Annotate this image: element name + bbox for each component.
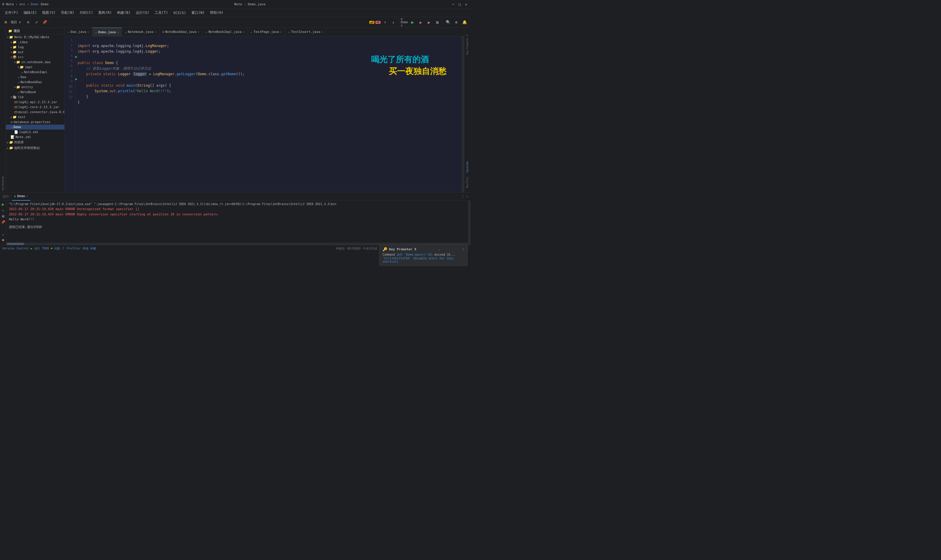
bottom-more-options[interactable]: ⋮ bbox=[461, 194, 465, 199]
editor-scrollbar[interactable] bbox=[462, 37, 464, 192]
tree-dao[interactable]: ☕ Dao bbox=[6, 75, 65, 80]
tree-idea[interactable]: ▶ 📁 .idea bbox=[6, 40, 65, 45]
status-todo[interactable]: TODO bbox=[42, 247, 49, 250]
tree-demo[interactable]: ☕ Demo bbox=[6, 125, 65, 129]
console-output[interactable]: "C:\Program Files\Java\jdk-17.0.1\bin\ja… bbox=[6, 201, 468, 243]
tree-mysql-connector[interactable]: 🗃 mysql-connector-java-8.0.19.jar bbox=[6, 109, 65, 115]
toolbar-pin-icon[interactable]: 📌 bbox=[41, 19, 48, 26]
toolbar-stop-btn[interactable]: ⏹ bbox=[434, 19, 441, 26]
tab-dao[interactable]: ☕ Dao.java ✕ bbox=[65, 28, 93, 37]
toolbar-profile-btn[interactable]: ▶ bbox=[426, 19, 433, 26]
menu-refactor[interactable]: 重构(R) bbox=[96, 10, 114, 16]
tree-entity[interactable]: ▼ 📁 entity bbox=[6, 85, 65, 89]
toolbar-run-btn[interactable]: ▶ bbox=[409, 19, 416, 26]
toolbar-coverage-btn[interactable]: ▶ bbox=[417, 19, 424, 26]
tree-out[interactable]: ▼ 📁 out bbox=[6, 50, 65, 55]
toolbar-settings-icon[interactable]: ⊙ bbox=[25, 19, 32, 26]
menu-edit[interactable]: 编辑(E) bbox=[21, 10, 39, 16]
minimize-button[interactable]: ─ bbox=[451, 2, 455, 6]
run-gutter-1[interactable]: ▶ bbox=[75, 55, 77, 59]
toolbar-demo-config[interactable]: ⊙ Demo ∨ bbox=[401, 19, 408, 26]
notification-expand[interactable]: ⌄ bbox=[438, 248, 441, 251]
menu-code[interactable]: 代码(C) bbox=[77, 10, 96, 16]
bottom-minimize[interactable]: ─ bbox=[466, 194, 468, 198]
bottom-reload-btn[interactable]: ↻ bbox=[2, 208, 4, 212]
tab-notebookdao-close[interactable]: ✕ bbox=[197, 30, 199, 34]
project-tree[interactable]: 📁 项目 ▼ 📁 Note D:\MySQL\Note ▶ 📁 .idea ▶ … bbox=[6, 28, 65, 192]
maximize-button[interactable]: □ bbox=[458, 2, 462, 6]
notification-close[interactable]: ✕ bbox=[462, 248, 464, 251]
tree-db-props[interactable]: ⚙ database.properties bbox=[6, 120, 65, 125]
tab-demo[interactable]: ☕ Demo.java ✕ bbox=[93, 28, 122, 37]
menu-run[interactable]: 运行(U) bbox=[134, 10, 152, 16]
tab-notebookdao[interactable]: ⊞ NoteBookDao.java ✕ bbox=[159, 28, 203, 37]
tree-note-iml[interactable]: 📝 Note.iml bbox=[6, 135, 65, 140]
status-problems[interactable]: 问题 bbox=[54, 246, 60, 251]
tree-src[interactable]: ▼ 📦 src bbox=[6, 55, 65, 60]
tree-log[interactable]: ▶ 📁 log bbox=[6, 45, 65, 50]
bottom-scroll-btn[interactable]: ⎘ bbox=[2, 233, 4, 237]
tab-notebook[interactable]: ☕ Notebook.java ✕ bbox=[122, 28, 159, 37]
tree-log4j-core[interactable]: 🗃 log4j-core-2.13.3.jar bbox=[6, 105, 65, 109]
tree-root[interactable]: ▼ 📁 Note D:\MySQL\Note bbox=[6, 35, 65, 40]
bottom-stop-btn[interactable]: ⏹ bbox=[2, 214, 5, 218]
tab-testinsert-close[interactable]: ✕ bbox=[321, 30, 323, 34]
tree-log4j-api[interactable]: 🗃 log4j-api-2.13.3.jar bbox=[6, 100, 65, 105]
right-icon-resttool[interactable]: RestTool bbox=[466, 177, 469, 188]
tree-external-libs[interactable]: ▶ 📁 外部库 bbox=[6, 140, 65, 145]
code-area[interactable]: 1 2 3 4 5 6 7 8 9 10 11 12 import org.ap… bbox=[65, 37, 464, 192]
status-terminal[interactable]: 终端 bbox=[83, 246, 88, 251]
right-icon-key-promoter[interactable]: Key Promoter X bbox=[466, 35, 469, 54]
tree-notebookdao[interactable]: ☕ NoteBookDao bbox=[6, 80, 65, 85]
tree-test[interactable]: ▶ 📁 test bbox=[6, 115, 65, 120]
menu-build[interactable]: 构建(B) bbox=[115, 10, 133, 16]
menu-tools[interactable]: 工具(T) bbox=[152, 10, 171, 16]
close-button[interactable]: ✕ bbox=[464, 2, 468, 6]
tree-dao-pkg[interactable]: ▼ 📁 cn.notebook.dao bbox=[6, 60, 65, 65]
toolbar-up-btn[interactable]: ↑ bbox=[382, 19, 389, 26]
menu-view[interactable]: 视图(V) bbox=[40, 10, 58, 16]
menu-help[interactable]: 帮助(H) bbox=[208, 10, 226, 16]
tab-testpage-close[interactable]: ✕ bbox=[280, 30, 282, 34]
tree-lib[interactable]: ▼ 📚 lib bbox=[6, 95, 65, 100]
status-profiler[interactable]: Profiler bbox=[66, 247, 80, 250]
notification-command[interactable]: 运行 'Demo.main()'(U) bbox=[397, 253, 433, 256]
tree-notebookimpl[interactable]: ☕ NoteBookImpl bbox=[6, 70, 65, 75]
bottom-pin-btn[interactable]: 📌 bbox=[1, 220, 5, 224]
bottom-tab-demo-close[interactable]: ✕ bbox=[26, 194, 28, 198]
toolbar-settings-btn[interactable]: ⚙ bbox=[453, 19, 460, 26]
tree-impl[interactable]: ▼ 📁 impl bbox=[6, 65, 65, 70]
status-version-control[interactable]: Version Control bbox=[2, 247, 29, 250]
menu-vcs[interactable]: VCS(S) bbox=[171, 10, 188, 15]
status-run[interactable]: 运行 bbox=[34, 246, 40, 251]
tree-notebook[interactable]: ☕ NoteBook bbox=[6, 89, 65, 95]
tree-temp-files[interactable]: ▶ 📁 临时文件和控制台 bbox=[6, 145, 65, 151]
toolbar-search-btn[interactable]: 🔍 bbox=[444, 19, 452, 26]
toolbar-notification-btn[interactable]: 🔔 bbox=[461, 19, 468, 26]
status-build[interactable]: 构建 bbox=[90, 246, 96, 251]
left-icon-bookmarks[interactable]: Bookmarks bbox=[2, 177, 5, 191]
console-scrollbar[interactable] bbox=[468, 201, 470, 243]
bottom-tab-demo[interactable]: ▶ Demo ✕ bbox=[12, 192, 31, 201]
toolbar-expand-icon[interactable]: ⤢ bbox=[33, 19, 40, 26]
tab-demo-close[interactable]: ✕ bbox=[117, 31, 119, 34]
bottom-tab-demo-icon: ▶ bbox=[14, 194, 16, 198]
bottom-run-btn[interactable]: ▶ bbox=[2, 202, 4, 206]
tab-notebookimpl-close[interactable]: ✕ bbox=[243, 30, 245, 34]
tree-log4j2-xml[interactable]: 📄 log4j2.xml bbox=[6, 129, 65, 135]
tab-testinsert[interactable]: ☕ TestInsert.java ✕ bbox=[285, 28, 326, 37]
tab-dao-close[interactable]: ✕ bbox=[87, 30, 89, 34]
notification-shortcut[interactable]: 'Ctrl+Shift+F10' bbox=[383, 257, 411, 260]
menu-nav[interactable]: 导航(N) bbox=[59, 10, 77, 16]
console-scroll-thumb[interactable] bbox=[6, 243, 24, 245]
menu-window[interactable]: 窗口(W) bbox=[189, 10, 207, 16]
breadcrumb-note: Note bbox=[6, 2, 14, 6]
right-icon-speacode[interactable]: SpeaCode bbox=[466, 161, 469, 173]
toolbar-down-btn[interactable]: ↓ bbox=[390, 19, 397, 26]
tab-notebook-close[interactable]: ✕ bbox=[154, 30, 156, 34]
tab-notebookimpl[interactable]: ☕ NoteBookImpl.java ✕ bbox=[203, 28, 248, 37]
run-gutter-2[interactable]: ▶ bbox=[75, 77, 77, 81]
menu-file[interactable]: 文件(F) bbox=[2, 10, 21, 16]
tab-testpage[interactable]: ☕ TestPage.java ✕ bbox=[248, 28, 285, 37]
code-content[interactable]: import org.apache.logging.log4j.LogManag… bbox=[75, 37, 462, 192]
